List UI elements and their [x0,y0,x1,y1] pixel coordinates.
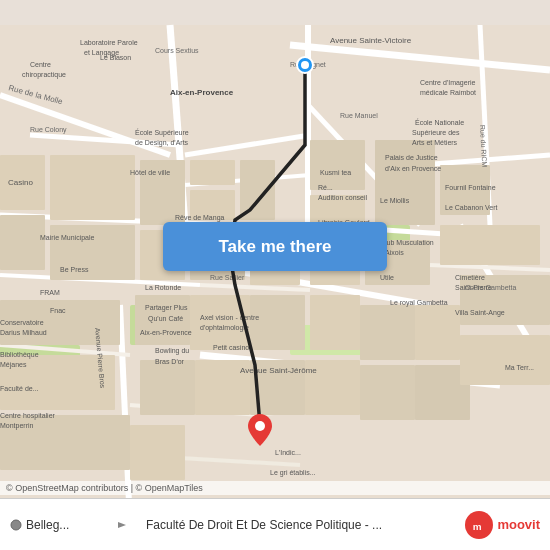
take-me-there-button[interactable]: Take me there [163,222,387,271]
svg-text:Ma Terr...: Ma Terr... [505,364,534,371]
svg-text:Villa Saint-Ange: Villa Saint-Ange [455,309,505,317]
svg-text:Arts et Métiers: Arts et Métiers [412,139,458,146]
map-container: Rue de la Molle Cours Sextius Rue Colony… [0,0,550,550]
svg-rect-55 [360,305,415,360]
svg-text:Ré...: Ré... [318,184,333,191]
svg-rect-64 [460,335,550,385]
svg-text:Bowling du: Bowling du [155,347,189,355]
svg-rect-56 [415,305,460,360]
svg-text:Bibliothèque: Bibliothèque [0,351,39,359]
svg-text:FRAM: FRAM [40,289,60,296]
svg-text:Rue Manuel: Rue Manuel [340,112,378,119]
arrow-right-icon [116,518,130,532]
moovit-logo[interactable]: m moovit [465,511,540,539]
bottom-bar: Belleg... Faculté De Droit Et De Science… [0,498,550,550]
svg-text:Partager Plus: Partager Plus [145,304,188,312]
svg-text:Saint-Pierre: Saint-Pierre [455,284,492,291]
moovit-icon: m [465,511,493,539]
moovit-icon-svg: m [470,516,488,534]
svg-text:de Design, d'Arts: de Design, d'Arts [135,139,189,147]
svg-text:Palais de Justice: Palais de Justice [385,154,438,161]
svg-text:m: m [473,520,482,531]
svg-point-134 [301,61,309,69]
svg-text:Aix-en-Provence: Aix-en-Provence [140,329,192,336]
svg-text:d'ophtalmologie: d'ophtalmologie [200,324,249,332]
svg-text:Cimetière: Cimetière [455,274,485,281]
from-label: Belleg... [26,518,69,532]
svg-text:Cours Sextius: Cours Sextius [155,47,199,54]
svg-text:Mairie Municipale: Mairie Municipale [40,234,95,242]
svg-text:Laboratoire Parole: Laboratoire Parole [80,39,138,46]
location-dot-icon [10,519,22,531]
svg-text:Qu'un Café: Qu'un Café [148,315,183,323]
destination-pin [248,414,272,450]
svg-text:Le gri établis...: Le gri établis... [270,469,316,477]
svg-text:Supérieure des: Supérieure des [412,129,460,137]
from-location: Belleg... [10,518,110,532]
moovit-text: moovit [497,517,540,532]
svg-text:Darius Milhaud: Darius Milhaud [0,329,47,336]
svg-text:École Nationale: École Nationale [415,118,464,126]
svg-text:Fournil Fontaine: Fournil Fontaine [445,184,496,191]
svg-rect-34 [310,140,365,190]
svg-text:Fnac: Fnac [50,307,66,314]
svg-text:Audition conseil: Audition conseil [318,194,367,201]
svg-text:Rue Sallier: Rue Sallier [210,274,245,281]
svg-text:Centre hospitalier: Centre hospitalier [0,412,56,420]
svg-point-136 [11,520,21,530]
svg-text:Casino: Casino [8,178,33,187]
svg-text:Avenue Sainte-Victoire: Avenue Sainte-Victoire [330,36,412,45]
svg-text:Bras D'or: Bras D'or [155,358,185,365]
svg-rect-36 [375,140,435,225]
svg-text:Méjanes: Méjanes [0,361,27,369]
svg-text:Centre d'Imagerie: Centre d'Imagerie [420,79,476,87]
svg-text:Club Musculation: Club Musculation [380,239,434,246]
svg-text:d'Aix en Provence: d'Aix en Provence [385,165,441,172]
svg-text:École Supérieure: École Supérieure [135,128,189,137]
svg-text:Centre: Centre [30,61,51,68]
svg-rect-62 [130,425,185,480]
svg-rect-46 [440,225,540,265]
svg-rect-31 [240,160,275,220]
svg-text:L'Indic...: L'Indic... [275,449,301,456]
svg-text:Aix-en-Provence: Aix-en-Provence [170,88,234,97]
svg-text:Utile: Utile [380,274,394,281]
svg-text:médicale Raimbot: médicale Raimbot [420,89,476,96]
svg-marker-137 [118,522,126,528]
svg-text:Petit casino: Petit casino [213,344,249,351]
svg-rect-44 [0,215,45,270]
svg-text:et Langage: et Langage [84,49,119,57]
svg-rect-51 [140,360,195,415]
svg-text:Rêve de Manga: Rêve de Manga [175,214,225,222]
svg-text:La Rotonde: La Rotonde [145,284,181,291]
svg-text:Hôtel de ville: Hôtel de ville [130,169,170,176]
svg-text:Conservatoire: Conservatoire [0,319,44,326]
svg-text:Le Miollis: Le Miollis [380,197,410,204]
svg-text:Be Press: Be Press [60,266,89,273]
svg-text:Faculté de...: Faculté de... [0,385,39,392]
svg-text:Le royal Gambetta: Le royal Gambetta [390,299,448,307]
svg-text:Montperrin: Montperrin [0,422,34,430]
svg-rect-57 [360,365,415,420]
svg-text:chiropractique: chiropractique [22,71,66,79]
to-label: Faculté De Droit Et De Science Politique… [146,518,382,532]
svg-rect-29 [190,160,235,185]
svg-text:Rue Colony: Rue Colony [30,126,67,134]
svg-rect-49 [250,295,305,350]
svg-point-135 [255,421,265,431]
svg-text:Le Cabanon Vert: Le Cabanon Vert [445,204,498,211]
map-background: Rue de la Molle Cours Sextius Rue Colony… [0,0,550,550]
map-attribution: © OpenStreetMap contributors | © OpenMap… [0,481,550,495]
svg-text:Aixois: Aixois [385,249,404,256]
svg-rect-63 [460,275,550,325]
to-location: Faculté De Droit Et De Science Politique… [136,518,465,532]
svg-rect-50 [310,295,360,350]
svg-text:Axel vision - centre: Axel vision - centre [200,314,259,321]
svg-rect-41 [50,155,135,220]
svg-text:Avenue Saint-Jérôme: Avenue Saint-Jérôme [240,366,317,375]
svg-text:Kusmi tea: Kusmi tea [320,169,351,176]
